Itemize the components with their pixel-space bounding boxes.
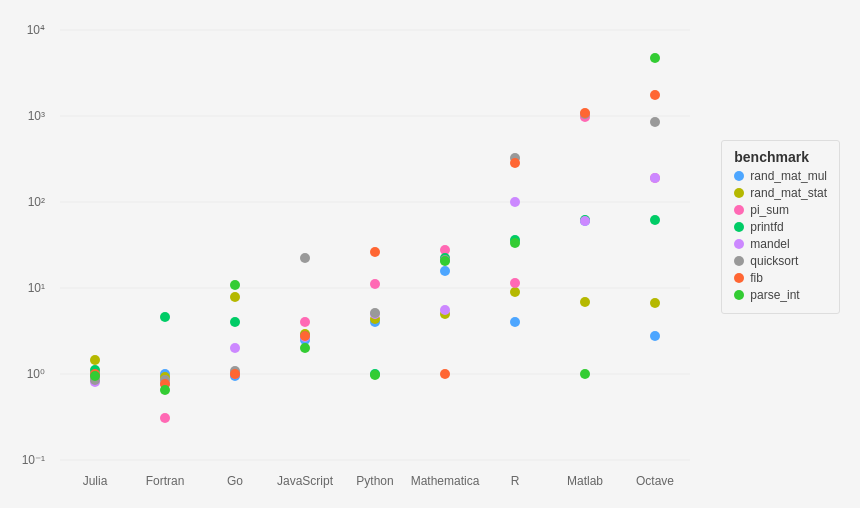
svg-text:R: R [511, 474, 520, 488]
svg-text:10⁻¹: 10⁻¹ [22, 453, 45, 467]
legend-label-rand-mat-mul: rand_mat_mul [750, 169, 827, 183]
data-point [370, 370, 380, 380]
legend-item-mandel: mandel [734, 237, 827, 251]
svg-text:10³: 10³ [28, 109, 45, 123]
data-point [580, 216, 590, 226]
legend-item-fib: fib [734, 271, 827, 285]
legend-dot-rand-mat-stat [734, 188, 744, 198]
svg-text:Go: Go [227, 474, 243, 488]
svg-text:Mathematica: Mathematica [411, 474, 480, 488]
data-point [510, 158, 520, 168]
data-point [300, 331, 310, 341]
legend-label-fib: fib [750, 271, 763, 285]
legend-item-pi-sum: pi_sum [734, 203, 827, 217]
data-point [510, 278, 520, 288]
data-point [650, 117, 660, 127]
data-point [90, 355, 100, 365]
svg-text:10⁰: 10⁰ [27, 367, 45, 381]
chart-legend: benchmark rand_mat_mul rand_mat_stat pi_… [721, 140, 840, 314]
svg-text:Octave: Octave [636, 474, 674, 488]
svg-text:Matlab: Matlab [567, 474, 603, 488]
data-point [370, 308, 380, 318]
data-point [650, 90, 660, 100]
data-point [160, 385, 170, 395]
data-point [300, 253, 310, 263]
data-point [510, 287, 520, 297]
legend-dot-rand-mat-mul [734, 171, 744, 181]
data-point [160, 413, 170, 423]
legend-label-printfd: printfd [750, 220, 783, 234]
data-point [90, 371, 100, 381]
legend-dot-mandel [734, 239, 744, 249]
data-point [650, 53, 660, 63]
legend-dot-pi-sum [734, 205, 744, 215]
data-point [440, 369, 450, 379]
data-point [510, 317, 520, 327]
data-point [440, 266, 450, 276]
legend-item-rand-mat-stat: rand_mat_stat [734, 186, 827, 200]
chart-container: 10⁻¹ 10⁰ 10¹ 10² 10³ 10⁴ Julia Fortran G… [0, 0, 860, 508]
data-point [440, 305, 450, 315]
svg-text:Julia: Julia [83, 474, 108, 488]
data-point [370, 247, 380, 257]
legend-label-rand-mat-stat: rand_mat_stat [750, 186, 827, 200]
legend-dot-fib [734, 273, 744, 283]
legend-dot-quicksort [734, 256, 744, 266]
svg-text:10⁴: 10⁴ [27, 23, 45, 37]
legend-label-quicksort: quicksort [750, 254, 798, 268]
data-point [300, 343, 310, 353]
legend-title: benchmark [734, 149, 827, 165]
data-point [160, 312, 170, 322]
data-point [230, 317, 240, 327]
legend-item-quicksort: quicksort [734, 254, 827, 268]
data-point [580, 369, 590, 379]
data-point [650, 173, 660, 183]
svg-text:10²: 10² [28, 195, 45, 209]
data-point [650, 298, 660, 308]
data-point [650, 331, 660, 341]
data-point [230, 369, 240, 379]
svg-text:Fortran: Fortran [146, 474, 185, 488]
data-point [230, 292, 240, 302]
data-point [580, 297, 590, 307]
data-point [440, 256, 450, 266]
data-point [580, 108, 590, 118]
legend-label-pi-sum: pi_sum [750, 203, 789, 217]
legend-dot-parse-int [734, 290, 744, 300]
legend-label-mandel: mandel [750, 237, 789, 251]
svg-text:10¹: 10¹ [28, 281, 45, 295]
data-point [300, 317, 310, 327]
data-point [230, 343, 240, 353]
svg-text:JavaScript: JavaScript [277, 474, 334, 488]
legend-dot-printfd [734, 222, 744, 232]
data-point [510, 238, 520, 248]
data-point [650, 215, 660, 225]
legend-item-rand-mat-mul: rand_mat_mul [734, 169, 827, 183]
data-point [230, 280, 240, 290]
legend-label-parse-int: parse_int [750, 288, 799, 302]
data-point [370, 279, 380, 289]
legend-item-printfd: printfd [734, 220, 827, 234]
data-point [510, 197, 520, 207]
svg-text:Python: Python [356, 474, 393, 488]
legend-item-parse-int: parse_int [734, 288, 827, 302]
